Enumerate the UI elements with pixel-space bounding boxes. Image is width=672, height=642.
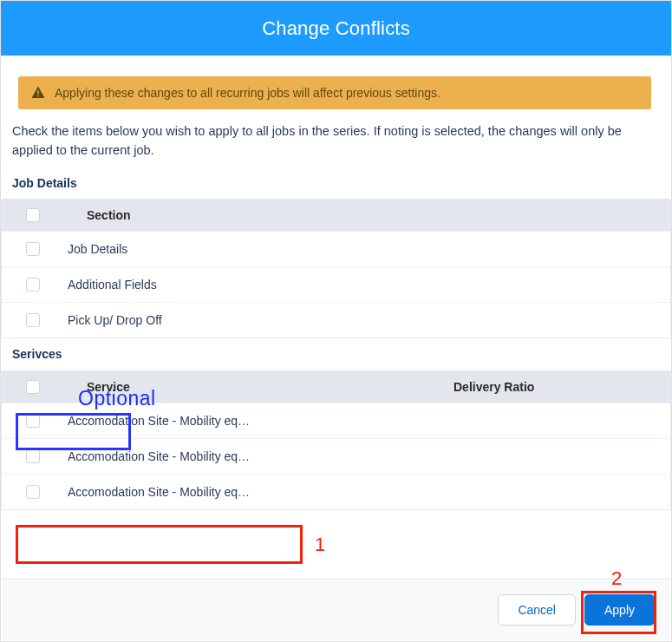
modal-header: Change Conflicts [1, 1, 671, 56]
row-label: Accomodation Site - Mobility eq… [68, 414, 670, 428]
table-row: Accomodation Site - Mobility eq… [2, 474, 670, 509]
row-checkbox[interactable] [26, 485, 40, 499]
row-label: Job Details [68, 242, 670, 256]
select-all-job-details-checkbox[interactable] [26, 208, 40, 222]
warning-banner: Applying these changes to all recurring … [18, 76, 651, 109]
warning-text: Applying these changes to all recurring … [55, 86, 440, 100]
table-row: Accomodation Site - Mobility eq… [2, 438, 670, 474]
row-label: Additional Fields [68, 278, 670, 292]
services-table-header: Service Delivery Ratio [2, 371, 670, 403]
service-column-header: Service [68, 380, 453, 394]
modal-footer: Cancel Apply [2, 579, 670, 640]
services-table: Service Delivery Ratio Accomodation Site… [1, 370, 671, 510]
annotation-red-box-row [16, 525, 303, 564]
warning-triangle-icon [30, 85, 46, 101]
row-checkbox[interactable] [26, 242, 40, 256]
intro-text: Check the items below you wish to apply … [12, 121, 656, 160]
row-label: Pick Up/ Drop Off [68, 313, 670, 327]
job-details-label: Job Details [12, 176, 656, 190]
table-row: Additional Fields [2, 266, 670, 302]
modal-title: Change Conflicts [262, 17, 410, 39]
svg-rect-0 [37, 90, 39, 95]
svg-rect-1 [37, 95, 39, 97]
job-details-table-header: Section [2, 200, 670, 231]
annotation-step-1: 1 [315, 534, 325, 556]
row-label: Accomodation Site - Mobility eq… [68, 485, 670, 499]
row-checkbox[interactable] [26, 278, 40, 292]
section-column-header: Section [68, 208, 670, 222]
cancel-button[interactable]: Cancel [498, 594, 576, 626]
services-label: Serivces [12, 347, 62, 361]
delivery-ratio-column-header: Delivery Ratio [453, 380, 670, 394]
table-row: Accomodation Site - Mobility eq… [2, 403, 670, 438]
job-details-table: Section Job Details Additional Fields Pi… [1, 199, 671, 338]
apply-button[interactable]: Apply [584, 594, 655, 626]
row-checkbox[interactable] [26, 449, 40, 463]
modal-content: Applying these changes to all recurring … [1, 56, 671, 510]
row-checkbox[interactable] [26, 414, 40, 428]
table-row: Pick Up/ Drop Off [2, 302, 670, 337]
table-row: Job Details [2, 231, 670, 266]
row-label: Accomodation Site - Mobility eq… [68, 449, 670, 463]
select-all-services-checkbox[interactable] [26, 380, 40, 394]
row-checkbox[interactable] [26, 313, 40, 327]
